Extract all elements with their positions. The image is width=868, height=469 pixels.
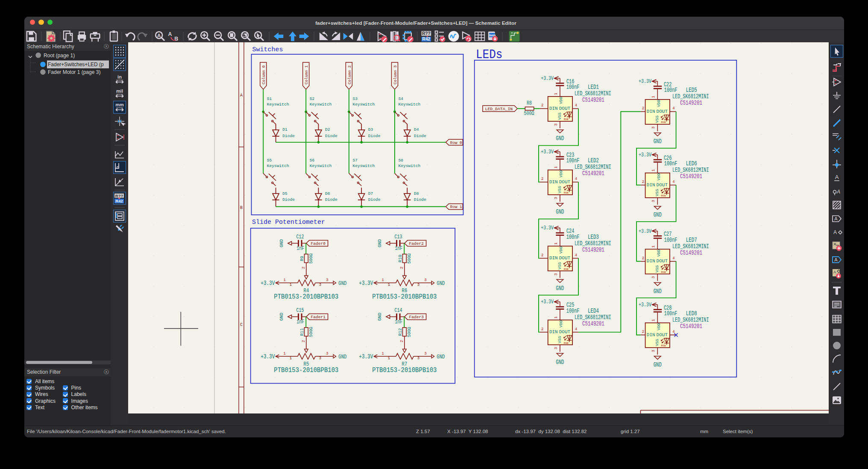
svg-text:3: 3 (417, 283, 419, 287)
svg-text:C15: C15 (296, 307, 304, 314)
svg-text:S3: S3 (352, 97, 358, 101)
svg-text:100nF: 100nF (664, 161, 677, 167)
svg-text:Diode: Diode (282, 134, 295, 138)
svg-text:mil: mil (116, 88, 123, 94)
svg-text:2: 2 (642, 106, 644, 111)
svg-text:LED1: LED1 (588, 84, 599, 91)
svg-text:VSS: VSS (655, 189, 660, 196)
svg-text:DOUT: DOUT (559, 179, 571, 185)
svg-text:PTB0153-2010BPB103: PTB0153-2010BPB103 (372, 293, 437, 300)
svg-text:4: 4 (672, 180, 674, 184)
svg-text:500Ω: 500Ω (524, 110, 534, 117)
svg-text:3: 3 (417, 356, 419, 361)
svg-text:RGB: RGB (661, 344, 666, 347)
svg-text:LED_DATA_IN: LED_DATA_IN (485, 107, 513, 111)
svg-text:+3.3V: +3.3V (639, 78, 651, 85)
svg-text:1: 1 (388, 356, 390, 361)
svg-text:VDD: VDD (559, 170, 563, 177)
svg-text:4: 4 (575, 103, 577, 108)
svg-text:Fader2: Fader2 (409, 241, 424, 246)
svg-text:D6: D6 (325, 191, 330, 196)
svg-text:RGB: RGB (564, 191, 569, 194)
svg-text:GND: GND (338, 354, 346, 360)
svg-text:+3.3V: +3.3V (639, 302, 651, 308)
svg-text:LED7: LED7 (686, 236, 697, 243)
svg-text:VDD: VDD (559, 246, 563, 253)
svg-text:3: 3 (424, 352, 426, 356)
svg-text:1nF: 1nF (395, 245, 402, 252)
svg-text:2: 2 (302, 267, 306, 269)
svg-text:D7: D7 (368, 191, 373, 196)
svg-text:A: A (168, 31, 172, 37)
svg-text:C5149201: C5149201 (680, 323, 702, 330)
svg-text:PTB0153-2010BPB103: PTB0153-2010BPB103 (372, 366, 437, 374)
svg-text:C12: C12 (296, 234, 304, 240)
svg-text:2: 2 (642, 330, 644, 334)
svg-text:GND: GND (654, 138, 662, 145)
svg-text:VSS: VSS (655, 339, 660, 346)
svg-text:S7: S7 (352, 158, 358, 163)
svg-text:RGB: RGB (564, 118, 569, 121)
svg-text:A: A (240, 93, 243, 98)
svg-text:D2: D2 (325, 127, 330, 132)
svg-text:RGB: RGB (564, 342, 569, 345)
svg-text:GND: GND (377, 239, 382, 247)
svg-text:100nF: 100nF (566, 308, 580, 314)
svg-text:1: 1 (554, 242, 558, 244)
svg-text:PTB0153-2010BPB103: PTB0153-2010BPB103 (274, 293, 338, 300)
svg-text:S1: S1 (267, 97, 272, 101)
svg-text:100nF: 100nF (566, 158, 580, 164)
svg-text:2: 2 (400, 267, 404, 269)
svg-text:GND: GND (437, 354, 445, 360)
svg-text:PTB0153-2010BPB103: PTB0153-2010BPB103 (274, 366, 338, 374)
svg-text:1: 1 (554, 316, 558, 318)
svg-text:3: 3 (326, 352, 328, 356)
svg-text:DOUT: DOUT (559, 329, 571, 334)
svg-text:1: 1 (652, 96, 656, 98)
svg-text:D1: D1 (282, 127, 287, 132)
svg-text:+3.3V: +3.3V (639, 228, 651, 234)
svg-text:1: 1 (554, 93, 558, 95)
svg-text:2: 2 (302, 340, 306, 342)
svg-text:R??: R?? (422, 31, 431, 36)
svg-text:C5149201: C5149201 (582, 97, 604, 104)
svg-text:DOUT: DOUT (657, 109, 668, 114)
svg-text:GND: GND (437, 280, 445, 287)
svg-text:+3.3V: +3.3V (541, 225, 554, 231)
svg-text:Switches: Switches (252, 46, 283, 53)
svg-text:A: A (834, 257, 838, 262)
svg-text:1nF: 1nF (395, 319, 402, 325)
svg-text:Keyswitch: Keyswitch (352, 164, 375, 168)
svg-text:C5149201: C5149201 (582, 246, 604, 253)
svg-text:C5149201: C5149201 (582, 170, 604, 177)
svg-text:4: 4 (575, 253, 577, 258)
svg-text:DIN: DIN (549, 106, 558, 111)
svg-text:3: 3 (652, 126, 656, 129)
svg-text:1: 1 (284, 352, 286, 356)
svg-text:LED4: LED4 (588, 307, 599, 314)
svg-text:1: 1 (382, 352, 384, 356)
svg-text:1: 1 (652, 246, 656, 248)
svg-text:4: 4 (672, 256, 674, 261)
svg-text:C13: C13 (395, 234, 402, 240)
svg-text:R11: R11 (300, 328, 305, 336)
svg-text:VSS: VSS (558, 112, 563, 120)
svg-text:500Ω: 500Ω (407, 253, 412, 264)
svg-text:A: A (157, 33, 161, 38)
svg-text:R9: R9 (300, 256, 305, 261)
svg-text:Column 0: Column 0 (261, 65, 266, 85)
svg-text:D3: D3 (368, 127, 373, 132)
svg-text:2: 2 (541, 253, 543, 258)
svg-text:GND: GND (654, 212, 662, 219)
svg-text:R8: R8 (527, 100, 532, 106)
svg-text:3: 3 (554, 273, 558, 275)
svg-text:R42: R42 (422, 37, 431, 41)
svg-text:VDD: VDD (657, 323, 661, 330)
svg-text:1: 1 (652, 319, 656, 321)
svg-text:RGB: RGB (564, 268, 569, 271)
svg-text:DOUT: DOUT (559, 255, 571, 261)
svg-text:1: 1 (554, 166, 558, 168)
svg-text:2: 2 (541, 103, 543, 108)
svg-text:GND: GND (556, 209, 564, 216)
svg-text:1: 1 (388, 283, 390, 287)
